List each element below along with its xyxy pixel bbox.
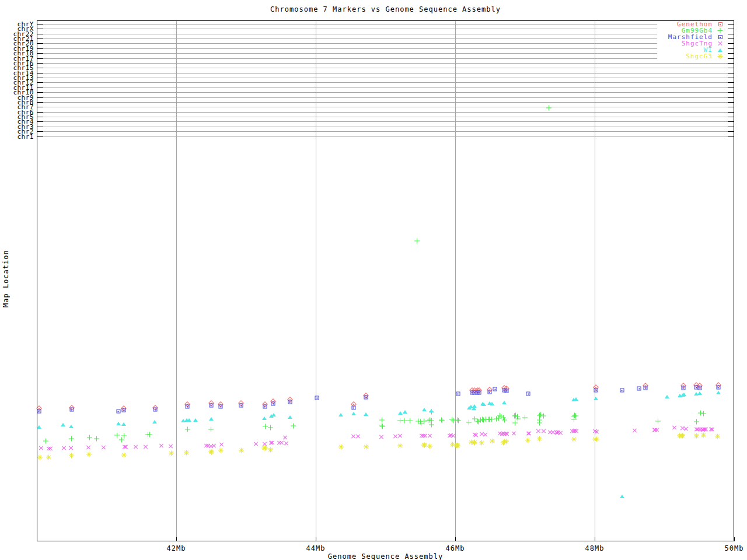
data-point-marshfield [69, 408, 74, 412]
x-tick-label: 44Mb [298, 544, 333, 552]
y-tick-mark [728, 92, 734, 93]
data-point-wi [37, 425, 41, 429]
data-point-marshfield [644, 386, 648, 390]
data-point-wi [187, 418, 191, 422]
y-tick-mark [37, 43, 43, 44]
legend-item-shgcg3: ShgcG3 [657, 53, 728, 60]
marker-bar [439, 421, 445, 421]
data-point-shgcg3 [184, 450, 189, 456]
marker-bar [121, 436, 127, 436]
x-tick-mark [316, 537, 316, 541]
data-point-shgcg3 [422, 443, 427, 448]
marker-bar [512, 423, 518, 424]
data-point-shgctng [284, 441, 289, 446]
data-point-gm99gb4 [379, 418, 385, 423]
marker-bar [268, 428, 273, 428]
x-gridline [455, 20, 456, 541]
legend-marker-cell [713, 54, 728, 59]
gm99gb4-plus-icon [718, 28, 723, 33]
legend-label: ShgcG3 [686, 52, 713, 60]
data-point-shgcg3 [121, 453, 127, 458]
marker-bar [655, 421, 661, 422]
chromosome-line [37, 78, 734, 78]
y-tick-mark [728, 136, 734, 137]
data-point-shgcg3 [701, 433, 706, 438]
data-point-wi [61, 423, 65, 426]
marker-bar [185, 429, 190, 430]
data-point-shgcg3 [268, 447, 273, 453]
data-point-shgctng [159, 443, 164, 449]
data-point-wi [422, 408, 427, 411]
data-point-gm99gb4 [291, 424, 296, 429]
marker-bar [537, 420, 542, 421]
data-point-gm99gb4 [546, 106, 551, 111]
data-point-wi [429, 409, 434, 412]
data-point-gm99gb4 [407, 418, 413, 424]
data-point-marshfield [153, 408, 158, 412]
y-tick-mark [728, 107, 734, 107]
data-point-wi [69, 425, 74, 428]
marshfield-square-icon [718, 35, 722, 39]
data-point-marshfield [263, 405, 267, 409]
data-point-shgctng [632, 428, 637, 433]
marker-bar [414, 241, 420, 242]
data-point-wi [351, 412, 356, 415]
data-point-shgctng [168, 444, 173, 449]
data-point-marshfield [487, 390, 491, 394]
y-tick-mark [728, 34, 734, 34]
marker-bar [515, 419, 521, 419]
legend-marker-cell [713, 48, 728, 52]
data-point-shgctng [511, 431, 516, 436]
chromosome-line [37, 63, 734, 64]
data-point-wi [193, 418, 198, 422]
genethon-diamond-icon [718, 22, 722, 26]
chromosome-line [37, 107, 734, 107]
marker-bar [502, 420, 507, 421]
y-tick-mark [37, 127, 43, 127]
y-tick-mark [37, 34, 43, 34]
y-tick-mark [728, 97, 734, 98]
data-point-shgcg3 [169, 451, 174, 456]
y-tick-mark [37, 38, 43, 39]
marker-bar [429, 425, 434, 425]
data-point-gm99gb4 [701, 411, 706, 416]
y-tick-mark [37, 117, 43, 117]
y-tick-mark [37, 53, 43, 54]
data-point-wi [594, 397, 598, 400]
x-tick-label: 42Mb [159, 544, 194, 552]
data-point-shgctng [253, 442, 259, 447]
data-point-wi [271, 413, 276, 416]
data-point-shgcg3 [694, 433, 699, 439]
data-point-shgctng [355, 434, 361, 439]
data-point-marshfield [315, 396, 319, 400]
data-point-wi [116, 422, 121, 425]
y-tick-mark [37, 136, 43, 137]
chromosome-line [37, 112, 734, 113]
x-tick-mark [176, 537, 177, 541]
chromosome-line [37, 88, 734, 88]
chromosome-line [37, 92, 734, 93]
chromosome-line [37, 73, 734, 74]
y-tick-mark [728, 88, 734, 88]
y-tick-mark [728, 102, 734, 103]
data-point-gm99gb4 [414, 239, 420, 244]
data-point-wi [472, 404, 477, 408]
data-point-shgcg3 [525, 438, 530, 443]
y-tick-mark [37, 73, 43, 74]
marker-bar [573, 416, 578, 416]
chromosome-line [37, 58, 734, 59]
data-point-shgctng [282, 435, 288, 440]
y-tick-mark [37, 102, 43, 103]
chromosome-line [37, 24, 734, 24]
data-point-shgctng [594, 429, 599, 435]
data-point-wi [716, 391, 721, 394]
data-point-shgctng [133, 444, 138, 450]
data-point-shgctng [473, 433, 479, 438]
y-tick-mark [728, 43, 734, 44]
data-point-shgcg3 [455, 443, 460, 449]
data-point-gm99gb4 [439, 418, 445, 424]
data-point-shgcg3 [46, 455, 51, 460]
marker-bar [429, 421, 434, 421]
data-point-gm99gb4 [502, 418, 507, 423]
y-tick-mark [728, 82, 734, 83]
